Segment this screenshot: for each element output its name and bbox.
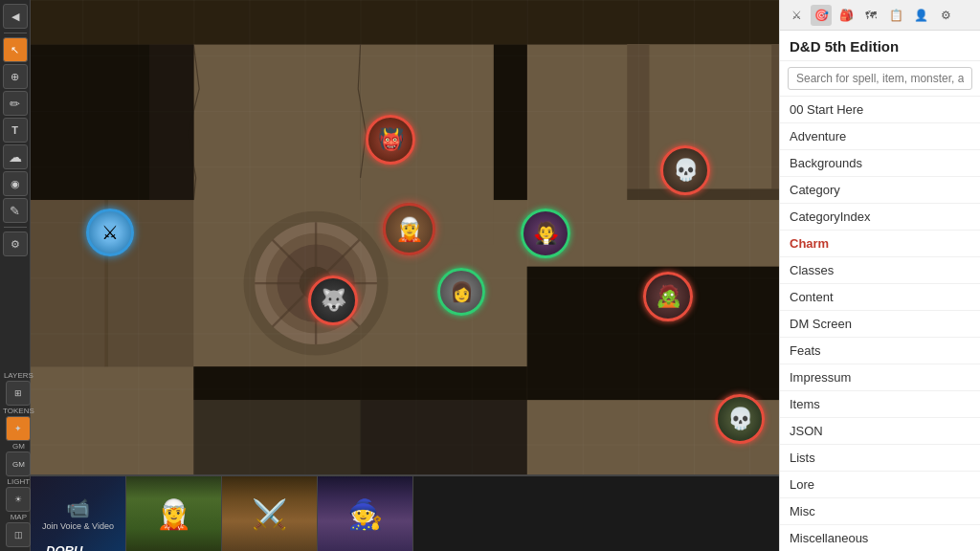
token-wolf[interactable]: 🐺 xyxy=(308,276,358,325)
svg-rect-38 xyxy=(627,188,779,200)
sidebar-item-classes[interactable]: Classes xyxy=(780,257,980,284)
sidebar-list: 00 Start HereAdventureBackgroundsCategor… xyxy=(780,97,980,551)
light-button[interactable]: ☀ xyxy=(6,487,31,512)
map-label: MAP xyxy=(11,513,27,521)
sidebar-item-00-start-here[interactable]: 00 Start Here xyxy=(780,97,980,123)
sidebar-item-categoryindex[interactable]: CategoryIndex xyxy=(780,204,980,231)
tokens-button[interactable]: ✦ xyxy=(6,416,31,441)
char1-panel[interactable]: 🧝 xyxy=(126,476,222,551)
token-sword[interactable]: ⚔ xyxy=(86,209,134,256)
token-undead1[interactable]: 💀 xyxy=(660,145,710,195)
sidebar-item-content[interactable]: Content xyxy=(780,284,980,311)
note-button[interactable]: ✎ xyxy=(3,198,28,223)
sidebar-tool-map[interactable]: 🗺 xyxy=(860,5,881,26)
sidebar-toolbar: ⚔ 🎯 🎒 🗺 📋 👤 ⚙ xyxy=(780,0,980,31)
divider1 xyxy=(4,33,27,33)
char3-panel[interactable]: 🧙 xyxy=(318,476,413,551)
layers-label: LAYERS xyxy=(4,371,33,380)
sidebar-item-dm-screen[interactable]: DM Screen xyxy=(780,311,980,338)
sidebar-item-items[interactable]: Items xyxy=(780,391,980,418)
join-video-button[interactable]: 📹 Join Voice & Video DORU xyxy=(31,476,126,551)
sidebar-item-misc[interactable]: Misc xyxy=(780,498,980,525)
gm-button[interactable]: GM xyxy=(6,452,31,476)
sidebar-item-lore[interactable]: Lore xyxy=(780,472,980,498)
sidebar-item-charm[interactable]: Charm xyxy=(780,231,980,257)
svg-rect-33 xyxy=(31,44,193,200)
sidebar-item-backgrounds[interactable]: Backgrounds xyxy=(780,150,980,177)
sidebar-item-adventure[interactable]: Adventure xyxy=(780,123,980,150)
map-button[interactable]: ◫ xyxy=(6,522,31,547)
layers-button[interactable]: ⊞ xyxy=(6,381,31,406)
sidebar-search-input[interactable] xyxy=(788,67,972,90)
video-icon: 📹 xyxy=(42,496,114,519)
tokens-label: TOKENS xyxy=(3,407,34,415)
measure-button[interactable]: ⊕ xyxy=(3,64,28,89)
token-undead2[interactable]: 🧟 xyxy=(643,272,693,321)
right-sidebar: ⚔ 🎯 🎒 🗺 📋 👤 ⚙ D&D 5th Edition 00 Start H… xyxy=(779,0,980,551)
sidebar-item-impressum[interactable]: Impressum xyxy=(780,364,980,391)
sidebar-tool-target[interactable]: 🎯 xyxy=(811,5,832,26)
token-tool-button[interactable]: ◉ xyxy=(3,171,28,196)
text-button[interactable]: T xyxy=(3,118,28,143)
token-hero[interactable]: 🧝 xyxy=(383,203,435,255)
sidebar-item-lists[interactable]: Lists xyxy=(780,445,980,472)
sidebar-tool-bag[interactable]: 🎒 xyxy=(835,5,857,26)
sidebar-item-feats[interactable]: Feats xyxy=(780,338,980,364)
divider2 xyxy=(4,227,27,228)
sidebar-tool-sword[interactable]: ⚔ xyxy=(786,5,807,26)
light-label: LIGHT xyxy=(8,477,31,486)
sidebar-tool-list[interactable]: 📋 xyxy=(885,5,906,26)
select-button[interactable]: ↖ xyxy=(3,37,28,62)
settings-button[interactable]: ⚙ xyxy=(3,231,28,256)
char2-panel[interactable]: ⚔️ xyxy=(222,476,318,551)
sidebar-item-category[interactable]: Category xyxy=(780,177,980,204)
back-button[interactable]: ◀ xyxy=(3,4,28,29)
token-villain[interactable]: 🧛 xyxy=(521,209,570,258)
sidebar-item-json[interactable]: JSON xyxy=(780,418,980,445)
gm-label: GM xyxy=(12,442,25,451)
left-toolbar: ◀ ↖ ⊕ ✏ T ☁ ◉ ✎ ⚙ LAYERS ⊞ TOKENS ✦ GM G… xyxy=(0,0,31,551)
token-whitehair[interactable]: 👩 xyxy=(437,268,485,316)
join-video-label: Join Voice & Video xyxy=(42,521,114,531)
bottom-panel: 📹 Join Voice & Video DORU 🧝 ⚔️ 🧙 xyxy=(31,474,779,551)
sidebar-item-miscellaneous[interactable]: Miscellaneous xyxy=(780,525,980,551)
sidebar-tool-gear[interactable]: ⚙ xyxy=(935,5,956,26)
token-undead3[interactable]: 💀 xyxy=(715,394,765,444)
svg-rect-35 xyxy=(193,366,526,400)
sidebar-title: D&D 5th Edition xyxy=(780,31,980,61)
sidebar-tool-user[interactable]: 👤 xyxy=(910,5,931,26)
fog-button[interactable]: ☁ xyxy=(3,144,28,169)
token-monster1[interactable]: 👹 xyxy=(366,115,415,165)
doru-label: DORU xyxy=(46,543,82,551)
sidebar-search-container xyxy=(780,61,980,97)
svg-rect-34 xyxy=(494,44,527,200)
draw-button[interactable]: ✏ xyxy=(3,91,28,116)
map-area[interactable]: ⚔ 👹 🐺 🧝 🧛 👩 💀 🧟 💀 📹 Join Voic xyxy=(31,0,779,551)
